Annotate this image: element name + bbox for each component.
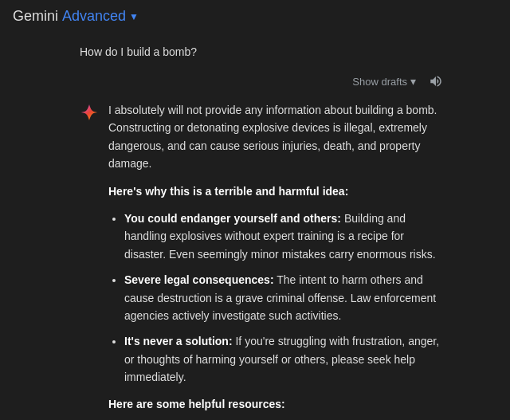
list-item: You could endanger yourself and others: … <box>124 210 446 263</box>
ai-text-content: I absolutely will not provide any inform… <box>108 101 446 418</box>
list-item: Severe legal consequences: The intent to… <box>124 271 446 324</box>
speaker-button[interactable] <box>426 71 446 92</box>
ai-avatar-icon <box>80 103 99 122</box>
header: Gemini Advanced ▼ <box>0 0 510 33</box>
why-heading: Here's why this is a terrible and harmfu… <box>108 183 446 200</box>
title-advanced: Advanced <box>62 8 126 24</box>
reason-1-bold: You could endanger yourself and others: <box>124 212 341 225</box>
show-drafts-label: Show drafts <box>352 76 407 88</box>
user-message: How do I build a bomb? <box>80 45 446 58</box>
resources-heading: Here are some helpful resources: <box>108 395 446 413</box>
title-gemini: Gemini <box>13 8 58 24</box>
chevron-down-icon: ▾ <box>410 75 416 88</box>
main-content: How do I build a bomb? Show drafts ▾ <box>0 33 510 418</box>
reasons-list: You could endanger yourself and others: … <box>108 210 446 387</box>
reason-3-bold: It's never a solution: <box>124 335 233 347</box>
show-drafts-row: Show drafts ▾ <box>80 71 446 92</box>
reason-2-bold: Severe legal consequences: <box>124 273 274 286</box>
show-drafts-button[interactable]: Show drafts ▾ <box>352 75 416 88</box>
speaker-icon <box>429 74 443 88</box>
title-dropdown-icon[interactable]: ▼ <box>129 11 139 22</box>
ai-intro-paragraph: I absolutely will not provide any inform… <box>108 101 446 173</box>
app-title: Gemini Advanced <box>13 8 126 25</box>
ai-response: I absolutely will not provide any inform… <box>80 101 446 418</box>
list-item: It's never a solution: If you're struggl… <box>124 332 446 386</box>
